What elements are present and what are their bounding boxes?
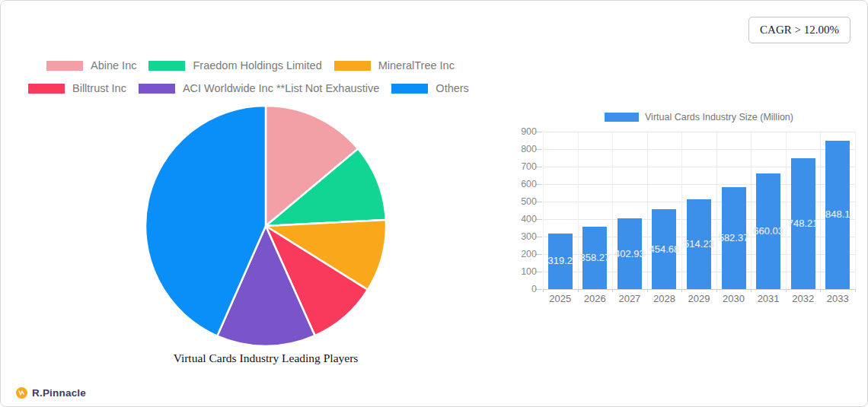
x-axis-label: 2030	[716, 293, 752, 304]
v-gridline	[612, 132, 613, 289]
x-axis-label: 2025	[543, 293, 578, 304]
v-gridline	[751, 132, 752, 289]
legend-label: MineralTree Inc	[378, 59, 455, 72]
h-gridline	[543, 149, 855, 150]
x-axis-label: 2029	[681, 293, 716, 304]
x-axis-tick	[820, 289, 821, 292]
x-axis-tick	[543, 289, 544, 292]
x-axis-label: 2028	[647, 293, 682, 304]
x-axis-tick	[578, 289, 579, 292]
x-axis-tick	[751, 289, 752, 292]
v-gridline	[681, 132, 682, 289]
x-axis-tick	[647, 289, 648, 292]
bar-chart-plot-area: 0100200300400500600700800900319.22025358…	[543, 132, 855, 289]
legend-swatch	[46, 61, 83, 71]
y-axis-label: 100	[506, 266, 537, 277]
legend-item-others: Others	[391, 82, 469, 94]
bar-value-label: 848.1	[807, 208, 868, 220]
x-axis-label: 2032	[786, 293, 821, 304]
pie-legend-row-2: Billtrust IncACI Worldwide Inc **List No…	[28, 82, 469, 94]
x-axis-tick	[681, 289, 682, 292]
x-axis-tick	[716, 289, 717, 292]
legend-swatch	[148, 61, 185, 71]
legend-swatch	[391, 84, 428, 94]
y-axis-label: 700	[506, 161, 537, 172]
x-axis-tick	[786, 289, 787, 292]
legend-item-aci-worldwide-inc-list-not-exhaustive: ACI Worldwide Inc **List Not Exhaustive	[139, 82, 379, 94]
x-axis-tick	[612, 289, 613, 292]
legend-swatch	[139, 84, 175, 94]
y-axis-label: 800	[506, 144, 537, 154]
legend-label: Others	[436, 82, 469, 94]
bar-chart-legend: Virtual Cards Industry Size (Million)	[543, 112, 855, 122]
x-axis-label: 2027	[612, 293, 647, 304]
legend-item-mineraltree-inc: MineralTree Inc	[334, 59, 455, 72]
legend-swatch	[334, 61, 371, 71]
legend-label: Billtrust Inc	[72, 82, 126, 94]
pie-chart	[143, 103, 388, 348]
x-axis-tick	[855, 289, 856, 292]
x-axis-label: 2033	[820, 293, 855, 304]
y-axis-label: 0	[506, 284, 537, 294]
v-gridline	[716, 132, 717, 289]
y-axis-label: 900	[506, 126, 537, 137]
y-axis-label: 400	[506, 214, 537, 224]
legend-swatch	[28, 84, 65, 94]
x-axis-label: 2026	[578, 293, 613, 304]
cagr-badge: CAGR > 12.00%	[748, 17, 850, 43]
brand-logo: R.Pinnacle	[16, 387, 86, 399]
legend-item-billtrust-inc: Billtrust Inc	[28, 82, 126, 94]
v-gridline	[647, 132, 648, 289]
y-axis-label: 600	[506, 179, 537, 189]
legend-label: Abine Inc	[91, 59, 136, 72]
pie-chart-title: Virtual Cards Industry Leading Players	[129, 351, 403, 365]
legend-label: Fraedom Holdings Limited	[193, 59, 321, 72]
bar-legend-swatch	[605, 113, 639, 122]
v-gridline	[786, 132, 787, 289]
h-gridline	[543, 132, 855, 132]
brand-name: R.Pinnacle	[32, 387, 86, 399]
bar-legend-label: Virtual Cards Industry Size (Million)	[645, 112, 793, 122]
legend-label: ACI Worldwide Inc **List Not Exhaustive	[183, 82, 379, 94]
report-card: CAGR > 12.00% Abine IncFraedom Holdings …	[0, 0, 868, 407]
x-axis-label: 2031	[751, 293, 786, 304]
legend-item-fraedom-holdings-limited: Fraedom Holdings Limited	[148, 59, 321, 72]
brand-icon	[16, 387, 27, 399]
legend-item-abine-inc: Abine Inc	[46, 59, 136, 72]
x-axis-line	[543, 289, 855, 290]
y-axis-label: 300	[506, 231, 537, 242]
y-axis-label: 500	[506, 196, 537, 207]
pie-legend-row-1: Abine IncFraedom Holdings LimitedMineral…	[46, 59, 455, 72]
